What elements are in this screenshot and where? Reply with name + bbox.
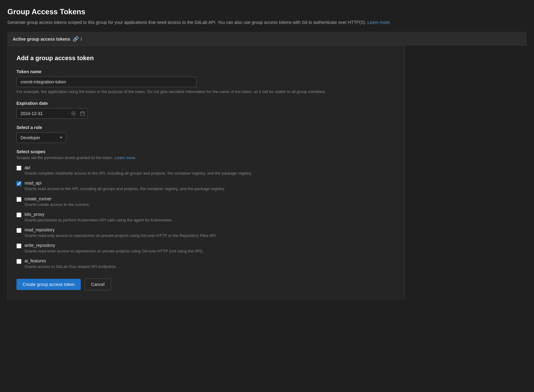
scope-ai-features-checkbox[interactable] xyxy=(16,259,21,264)
scope-item-k8s-proxy: k8s_proxy Grants permission to perform K… xyxy=(16,212,396,223)
scope-k8s-proxy-desc: Grants permission to perform Kubernetes … xyxy=(25,218,173,222)
expiration-date-input[interactable] xyxy=(17,109,70,118)
scope-item-write-repository: write_repository Grants read-write acces… xyxy=(16,243,396,254)
token-name-group: Token name For example, the application … xyxy=(16,69,396,95)
link-icon: 🔗 xyxy=(73,36,79,42)
scope-item-ai-features: ai_features Grants access to GitLab Duo … xyxy=(16,258,396,270)
token-name-label: Token name xyxy=(16,69,396,74)
expiration-date-label: Expiration date xyxy=(16,101,396,106)
scope-create-runner-name[interactable]: create_runner xyxy=(25,196,90,201)
scope-read-api-desc: Grants read access to the API, including… xyxy=(25,186,225,191)
svg-rect-3 xyxy=(80,112,85,116)
learn-more-link[interactable]: Learn more. xyxy=(368,20,391,25)
scope-write-repository-name[interactable]: write_repository xyxy=(25,243,203,248)
scope-read-repository-desc: Grants read-only access to repositories … xyxy=(25,233,217,238)
date-calendar-button[interactable] xyxy=(78,110,88,117)
role-select[interactable]: Guest Reporter Developer Maintainer Owne… xyxy=(16,132,66,143)
active-tokens-label: Active group access tokens xyxy=(13,37,70,42)
scope-read-repository-name[interactable]: read_repository xyxy=(25,227,217,232)
scope-read-repository-checkbox[interactable] xyxy=(16,228,21,233)
scope-ai-features-name[interactable]: ai_features xyxy=(25,258,117,263)
form-card: Add a group access token Token name For … xyxy=(7,46,405,299)
scope-read-api-name[interactable]: read_api xyxy=(25,180,225,185)
token-count: 🔗 1 xyxy=(73,36,82,42)
date-clear-button[interactable] xyxy=(70,110,78,117)
scopes-description: Scopes set the permission levels granted… xyxy=(16,155,396,160)
role-label: Select a role xyxy=(16,125,396,130)
form-actions: Create group access token Cancel xyxy=(16,278,396,290)
scope-ai-features-desc: Grants access to GitLab Duo related API … xyxy=(25,264,117,269)
scope-api-desc: Grants complete read/write access to the… xyxy=(25,171,252,176)
expiration-date-group: Expiration date xyxy=(16,101,396,119)
scope-item-read-repository: read_repository Grants read-only access … xyxy=(16,227,396,238)
page-title: Group Access Tokens xyxy=(7,7,527,16)
form-title: Add a group access token xyxy=(16,55,396,62)
scope-item-create-runner: create_runner Grants create access to th… xyxy=(16,196,396,207)
scope-create-runner-desc: Grants create access to the runners. xyxy=(25,202,90,207)
scope-write-repository-desc: Grants read-write access to repositories… xyxy=(25,249,203,253)
scope-k8s-proxy-checkbox[interactable] xyxy=(16,212,21,217)
scope-write-repository-checkbox[interactable] xyxy=(16,243,21,248)
scope-api-name[interactable]: api xyxy=(25,165,252,170)
role-group: Select a role Guest Reporter Developer M… xyxy=(16,125,396,143)
scope-item-read-api: read_api Grants read access to the API, … xyxy=(16,180,396,192)
token-name-input[interactable] xyxy=(16,77,197,87)
scopes-section: Select scopes Scopes set the permission … xyxy=(16,149,396,270)
scope-read-api-checkbox[interactable] xyxy=(16,181,21,186)
date-input-wrapper xyxy=(16,108,88,119)
token-name-hint: For example, the application using the t… xyxy=(16,89,389,95)
scope-api-checkbox[interactable] xyxy=(16,166,21,171)
active-tokens-bar: Active group access tokens 🔗 1 xyxy=(7,32,527,46)
cancel-button[interactable]: Cancel xyxy=(84,278,111,290)
create-token-button[interactable]: Create group access token xyxy=(16,279,81,290)
scope-item-api: api Grants complete read/write access to… xyxy=(16,165,396,176)
scope-k8s-proxy-name[interactable]: k8s_proxy xyxy=(25,212,173,217)
scope-create-runner-checkbox[interactable] xyxy=(16,197,21,202)
scopes-learn-more-link[interactable]: Learn more. xyxy=(115,155,136,160)
scopes-title: Select scopes xyxy=(16,149,396,154)
page-description: Generate group access tokens scoped to t… xyxy=(7,19,399,26)
